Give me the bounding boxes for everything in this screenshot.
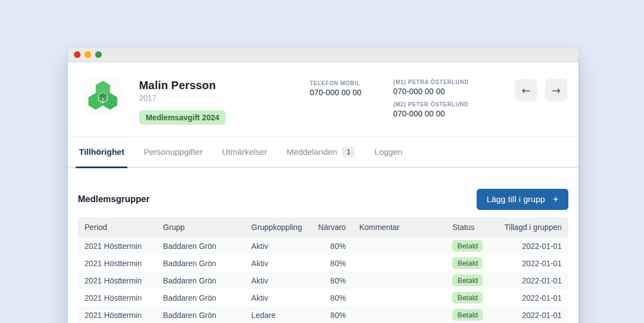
cell-status: Betald — [445, 272, 494, 289]
window-titlebar[interactable] — [68, 47, 578, 62]
tab-personuppgifter[interactable]: Personuppgifter — [142, 136, 204, 167]
column-header-tillagd: Tillagd i gruppen — [495, 217, 568, 237]
cell-kommentar — [353, 306, 446, 323]
member-name: Malin Persson — [139, 79, 310, 92]
next-member-button[interactable]: → — [545, 79, 567, 101]
cell-grupp: Baddaren Grön — [156, 289, 245, 306]
status-badge: Betald — [452, 257, 483, 269]
tab-loggen[interactable]: Loggen — [373, 136, 403, 167]
tab-tillhorighet[interactable]: Tillhörighet — [78, 136, 125, 167]
previous-member-button[interactable]: ← — [515, 79, 537, 101]
cell-narvaro: 80% — [311, 289, 353, 306]
cell-tillagd: 2022-01-01 — [495, 255, 568, 272]
contact-item: (M2) PETER ÖSTERLUND 070-000 00 00 — [393, 101, 469, 118]
tab-label: Loggen — [374, 147, 402, 156]
close-window-button[interactable] — [74, 51, 81, 58]
cell-tillagd: 2022-01-01 — [495, 237, 568, 255]
cell-status: Betald — [445, 306, 494, 323]
cell-kommentar — [353, 289, 446, 306]
table-row[interactable]: 2021 Hösttermin Baddaren Grön Aktiv 80% … — [78, 272, 568, 289]
tab-meddelanden[interactable]: Meddelanden 1 — [285, 136, 356, 167]
cell-status: Betald — [445, 289, 494, 306]
minimize-window-button[interactable] — [85, 51, 91, 58]
contact-label: (M1) PETRA ÖSTERLUND — [393, 79, 469, 85]
app-window: Malin Persson 2017 Medlemsavgift 2024 TE… — [68, 47, 578, 323]
member-groups-table: Period Grupp Gruppkoppling Närvaro Komme… — [78, 217, 568, 323]
phone-field: TELEFON MOBIL 070-000 00 00 — [310, 72, 393, 97]
table-header-row: Period Grupp Gruppkoppling Närvaro Komme… — [78, 217, 568, 237]
column-header-gruppkoppling: Gruppkoppling — [245, 217, 311, 237]
add-to-group-button[interactable]: Lägg till i grupp + — [477, 189, 568, 210]
status-badge: Betald — [452, 309, 483, 321]
status-badge: Betald — [452, 292, 483, 304]
column-header-status: Status — [445, 217, 494, 237]
cell-tillagd: 2022-01-01 — [495, 306, 568, 323]
cell-gruppkoppling: Aktiv — [245, 255, 311, 272]
plus-icon: + — [553, 194, 558, 204]
cell-gruppkoppling: Aktiv — [245, 289, 311, 306]
table-row[interactable]: 2021 Hösttermin Baddaren Grön Aktiv 80% … — [78, 255, 568, 272]
cell-grupp: Baddaren Grön — [156, 272, 245, 289]
cell-narvaro: 80% — [311, 237, 353, 255]
cell-narvaro: 80% — [311, 272, 353, 289]
cell-kommentar — [353, 255, 446, 272]
column-header-kommentar: Kommentar — [353, 217, 446, 237]
cell-gruppkoppling: Aktiv — [245, 237, 311, 255]
tab-utmarkelser[interactable]: Utmärkelser — [221, 136, 268, 167]
guardian-contacts: (M1) PETRA ÖSTERLUND 070-000 00 00 (M2) … — [393, 72, 469, 118]
profile-header: Malin Persson 2017 Medlemsavgift 2024 TE… — [68, 62, 578, 136]
table-row[interactable]: 2021 Hösttermin Baddaren Grön Aktiv 80% … — [78, 237, 568, 255]
cell-period: 2021 Hösttermin — [78, 306, 156, 323]
arrow-right-icon: → — [552, 84, 561, 96]
member-identity: Malin Persson 2017 Medlemsavgift 2024 — [139, 72, 310, 125]
cell-kommentar — [353, 272, 446, 289]
membership-fee-badge: Medlemsavgift 2024 — [139, 110, 226, 125]
avatar — [81, 74, 125, 117]
contact-value: 070-000 00 00 — [393, 109, 469, 118]
cell-grupp: Baddaren Grön — [156, 255, 245, 272]
cell-gruppkoppling: Aktiv — [245, 272, 311, 289]
tab-bar: Tillhörighet Personuppgifter Utmärkelser… — [68, 136, 578, 168]
contact-value: 070-000 00 00 — [393, 87, 469, 96]
cell-grupp: Baddaren Grön — [156, 306, 245, 323]
contact-label: (M2) PETER ÖSTERLUND — [393, 101, 469, 107]
tab-label: Personuppgifter — [143, 147, 202, 156]
cell-period: 2021 Hösttermin — [78, 289, 156, 306]
column-header-grupp: Grupp — [156, 217, 245, 237]
member-pagination: ← → — [515, 72, 568, 101]
phone-value: 070-000 00 00 — [310, 88, 393, 97]
unread-count-badge: 1 — [342, 146, 355, 157]
cell-period: 2021 Hösttermin — [78, 255, 156, 272]
table-row[interactable]: 2021 Hösttermin Baddaren Grön Aktiv 80% … — [78, 289, 568, 306]
tab-label: Meddelanden — [286, 147, 337, 156]
cell-tillagd: 2022-01-01 — [495, 289, 568, 306]
column-header-narvaro: Närvaro — [311, 217, 353, 237]
member-year: 2017 — [139, 94, 310, 102]
cell-status: Betald — [445, 255, 494, 272]
contact-item: (M1) PETRA ÖSTERLUND 070-000 00 00 — [393, 79, 469, 96]
zoom-window-button[interactable] — [95, 51, 102, 58]
section-header: Medlemsgrupper Lägg till i grupp + — [78, 189, 568, 210]
table-body: 2021 Hösttermin Baddaren Grön Aktiv 80% … — [78, 237, 568, 323]
cell-grupp: Baddaren Grön — [156, 237, 245, 255]
add-to-group-label: Lägg till i grupp — [487, 194, 545, 204]
cell-gruppkoppling: Ledare — [245, 306, 311, 323]
section-title: Medlemsgrupper — [78, 194, 150, 204]
tab-label: Tillhörighet — [79, 147, 124, 156]
column-header-period: Period — [78, 217, 156, 237]
cell-tillagd: 2022-01-01 — [495, 272, 568, 289]
status-badge: Betald — [452, 275, 483, 286]
cell-period: 2021 Hösttermin — [78, 237, 156, 255]
table-row[interactable]: 2021 Hösttermin Baddaren Grön Ledare 80%… — [78, 306, 568, 323]
hexagon-logo-icon — [88, 81, 117, 110]
cell-narvaro: 80% — [311, 255, 353, 272]
cell-period: 2021 Hösttermin — [78, 272, 156, 289]
phone-label: TELEFON MOBIL — [310, 80, 393, 86]
status-badge: Betald — [452, 240, 483, 252]
arrow-left-icon: ← — [522, 84, 531, 96]
cell-kommentar — [353, 237, 446, 255]
cell-status: Betald — [445, 237, 494, 255]
tab-label: Utmärkelser — [222, 147, 267, 156]
cell-narvaro: 80% — [311, 306, 353, 323]
